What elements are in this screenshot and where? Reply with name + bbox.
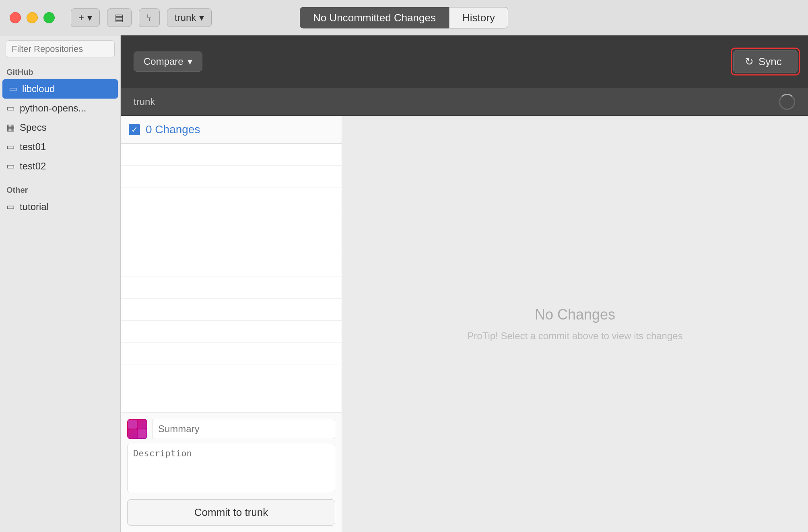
content-area: Compare ▾ ↻ Sync trunk ✓ 0 Changes [121, 35, 808, 532]
sidebar-toggle-button[interactable]: ▤ [107, 8, 132, 27]
tab-uncommitted-changes[interactable]: No Uncommitted Changes [300, 7, 449, 28]
branch-icon-button[interactable]: ⑂ [139, 8, 160, 27]
tab-group: No Uncommitted Changes History [300, 7, 508, 28]
close-button[interactable] [10, 12, 21, 23]
branch-name: trunk [134, 96, 155, 107]
change-row [121, 343, 342, 365]
sidebar-item-test02[interactable]: ▭ test02 [0, 157, 120, 176]
svg-rect-0 [128, 420, 137, 429]
repo-name: libcloud [22, 83, 55, 95]
chevron-down-icon: ▾ [199, 12, 204, 23]
main-layout: GitHub ▭ libcloud ▭ python-opens... ▦ Sp… [0, 35, 808, 532]
add-button[interactable]: + ▾ [71, 8, 100, 27]
sidebar: GitHub ▭ libcloud ▭ python-opens... ▦ Sp… [0, 35, 121, 532]
repo-icon: ▭ [9, 84, 17, 94]
change-row [121, 232, 342, 254]
svg-rect-1 [138, 420, 146, 429]
sync-label: Sync [759, 56, 782, 68]
repo-name: Specs [20, 122, 47, 133]
select-all-checkbox[interactable]: ✓ [129, 124, 140, 135]
sync-button-wrapper: ↻ Sync [731, 48, 800, 76]
repo-icon: ▭ [6, 103, 15, 113]
github-section-label: GitHub [0, 64, 120, 79]
minimize-button[interactable] [27, 12, 38, 23]
loading-spinner [779, 94, 795, 110]
svg-rect-2 [128, 429, 137, 438]
repo-name: python-opens... [20, 103, 86, 114]
commit-section: Commit to trunk [121, 412, 342, 532]
sidebar-item-tutorial[interactable]: ▭ tutorial [0, 197, 120, 217]
repo-name: tutorial [20, 201, 49, 212]
change-row [121, 210, 342, 232]
commit-to-trunk-button[interactable]: Commit to trunk [127, 499, 335, 526]
sidebar-item-test01[interactable]: ▭ test01 [0, 137, 120, 157]
author-avatar [127, 419, 147, 439]
traffic-lights [10, 12, 55, 23]
svg-rect-3 [138, 429, 146, 438]
branch-icon: ⑂ [146, 12, 152, 23]
chevron-down-icon: ▾ [188, 56, 192, 67]
plus-icon: + [78, 12, 84, 23]
filter-repositories-input[interactable] [6, 40, 115, 58]
content-topbar: Compare ▾ ↻ Sync [121, 35, 808, 88]
no-changes-subtitle: ProTip! Select a commit above to view it… [467, 330, 682, 342]
changes-list [121, 144, 342, 412]
left-panel: ✓ 0 Changes [121, 116, 342, 532]
change-row [121, 188, 342, 210]
change-row [121, 299, 342, 321]
no-changes-title: No Changes [535, 306, 615, 323]
other-section-label: Other [0, 182, 120, 197]
sync-button[interactable]: ↻ Sync [733, 50, 798, 73]
repo-name: test01 [20, 141, 46, 153]
branch-name-label: trunk [175, 12, 196, 23]
right-panel: No Changes ProTip! Select a commit above… [342, 116, 808, 532]
sync-icon: ↻ [745, 56, 754, 68]
branch-selector[interactable]: trunk ▾ [167, 8, 212, 27]
toolbar-left: + ▾ ▤ ⑂ trunk ▾ [71, 8, 212, 27]
change-row [121, 321, 342, 343]
change-row [121, 144, 342, 166]
change-row [121, 276, 342, 299]
fullscreen-button[interactable] [43, 12, 55, 23]
branch-bar: trunk [121, 88, 808, 116]
repo-icon: ▭ [6, 142, 15, 152]
sidebar-item-libcloud[interactable]: ▭ libcloud [2, 79, 118, 99]
change-row [121, 254, 342, 276]
summary-input[interactable] [152, 419, 335, 439]
change-row [121, 166, 342, 188]
sidebar-icon: ▤ [115, 12, 124, 23]
compare-button[interactable]: Compare ▾ [134, 52, 202, 72]
repo-name: test02 [20, 161, 46, 172]
changes-count: 0 Changes [146, 123, 200, 136]
sidebar-item-python-opens[interactable]: ▭ python-opens... [0, 99, 120, 118]
compare-label: Compare [144, 56, 183, 67]
repo-icon: ▦ [6, 122, 15, 133]
description-input[interactable] [127, 444, 335, 492]
sidebar-item-specs[interactable]: ▦ Specs [0, 118, 120, 137]
changes-panel: ✓ 0 Changes [121, 116, 808, 532]
commit-author-row [127, 419, 335, 439]
chevron-down-icon: ▾ [87, 12, 92, 23]
tab-history[interactable]: History [449, 7, 508, 28]
repo-icon: ▭ [6, 202, 15, 212]
title-bar: + ▾ ▤ ⑂ trunk ▾ 📁 apache/libcloud No Unc… [0, 0, 808, 35]
changes-header: ✓ 0 Changes [121, 116, 342, 144]
repo-icon: ▭ [6, 161, 15, 171]
